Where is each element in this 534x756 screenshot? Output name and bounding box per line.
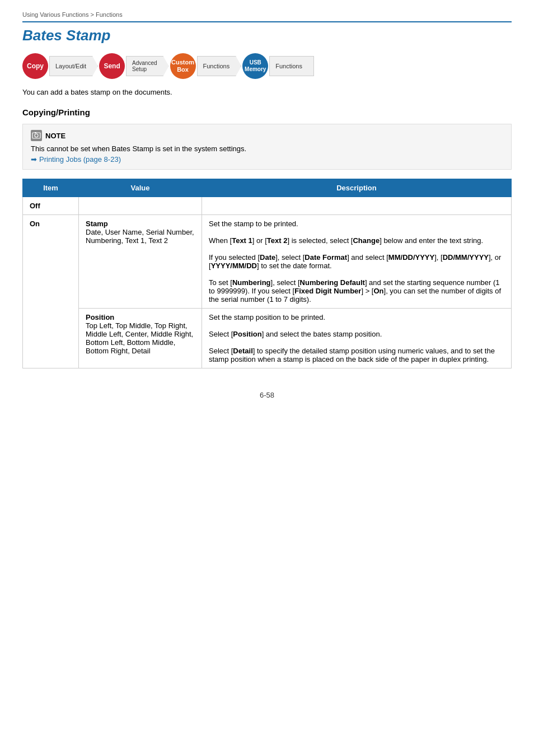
page-description: You can add a bates stamp on the documen…	[22, 88, 512, 96]
cell-on-item: On	[23, 215, 79, 368]
page-title: Bates Stamp	[22, 27, 512, 44]
cell-position-desc: Set the stamp position to be printed. Se…	[202, 309, 512, 368]
cell-off-value	[79, 197, 202, 215]
col-header-description: Description	[202, 179, 512, 197]
section-heading: Copying/Printing	[22, 108, 512, 117]
workflow-send-circle: Send	[99, 53, 125, 79]
svg-rect-2	[35, 132, 36, 133]
workflow-usb-circle: USBMemory	[242, 53, 268, 79]
cell-stamp-value: Stamp Date, User Name, Serial Number, Nu…	[79, 215, 202, 309]
col-header-item: Item	[23, 179, 79, 197]
footer-page-number: 6-58	[22, 391, 512, 399]
svg-point-1	[35, 134, 38, 137]
cell-off-desc	[202, 197, 512, 215]
table-row: Off	[23, 197, 512, 215]
workflow-tab-functions-1: Functions	[197, 56, 242, 76]
cell-off-item: Off	[23, 197, 79, 215]
cell-stamp-desc: Set the stamp to be printed. When [Text …	[202, 215, 512, 309]
note-box: NOTE This cannot be set when Bates Stamp…	[22, 124, 512, 170]
workflow-copy-circle: Copy	[22, 53, 48, 79]
breadcrumb: Using Various Functions > Functions	[22, 11, 512, 22]
workflow-tab-functions-2: Functions	[269, 56, 314, 76]
note-text: This cannot be set when Bates Stamp is s…	[31, 144, 503, 153]
note-header: NOTE	[31, 130, 503, 141]
workflow-custombox-circle: CustomBox	[170, 53, 196, 79]
cell-position-value: Position Top Left, Top Middle, Top Right…	[79, 309, 202, 368]
note-icon	[31, 130, 42, 141]
workflow-tab-advanced-setup: Advanced Setup	[126, 56, 168, 76]
col-header-value: Value	[79, 179, 202, 197]
table-header-row: Item Value Description	[23, 179, 512, 197]
table-row: Position Top Left, Top Middle, Top Right…	[23, 309, 512, 368]
data-table: Item Value Description Off On Stamp Date…	[22, 179, 512, 368]
note-link[interactable]: Printing Jobs (page 8-23)	[31, 155, 503, 164]
workflow-row: Copy Layout/Edit Send Advanced Setup Cus…	[22, 53, 512, 79]
table-row: On Stamp Date, User Name, Serial Number,…	[23, 215, 512, 309]
note-label: NOTE	[45, 132, 65, 140]
workflow-tab-layout-edit: Layout/Edit	[49, 56, 98, 76]
